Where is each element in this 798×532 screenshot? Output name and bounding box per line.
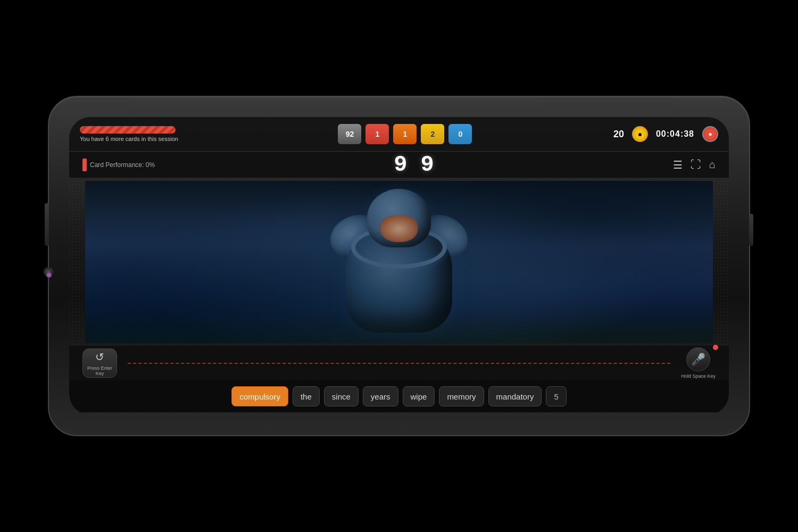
word-chip-5[interactable]: memory — [439, 386, 484, 406]
word-chip-0[interactable]: compulsory — [231, 386, 288, 406]
menu-icon[interactable]: ☰ — [673, 159, 683, 171]
progress-bar-container — [80, 126, 176, 134]
video-placeholder — [85, 181, 713, 343]
phone-device: You have 6 more cards in this session 92… — [48, 96, 750, 436]
expand-icon[interactable]: ⛶ — [691, 159, 701, 171]
perf-indicator — [82, 159, 87, 171]
word-bank: compulsorythesinceyearswipememorymandato… — [69, 380, 729, 412]
progress-section: You have 6 more cards in this session — [80, 126, 197, 142]
enter-icon: ↺ — [95, 351, 104, 363]
scene-overlay — [85, 181, 713, 343]
mic-button[interactable]: 🎤 — [686, 347, 710, 371]
action-bar: ↺ Press Enter Key 🎤 Hold Space Key — [69, 346, 729, 380]
card-value-orange: 1 — [403, 130, 408, 138]
card-value-yellow: 2 — [431, 130, 435, 138]
phone-screen: You have 6 more cards in this session 92… — [69, 117, 729, 415]
progress-text: You have 6 more cards in this session — [80, 136, 197, 142]
card-badge-blue[interactable]: 0 — [448, 124, 472, 144]
record-button[interactable]: ● — [702, 126, 718, 142]
enter-button[interactable]: ↺ Press Enter Key — [82, 348, 117, 378]
card-value-gray: 92 — [346, 130, 354, 138]
video-area — [85, 181, 713, 343]
card-badge-orange[interactable]: 1 — [393, 124, 417, 144]
counter-digit: 9 9 — [394, 152, 434, 178]
second-bar: Card Performance: 0% 9 9 ☰ ⛶ ⌂ — [69, 152, 729, 178]
mic-dot — [713, 345, 718, 350]
card-perf-label: Card Performance: 0% — [90, 161, 155, 169]
progress-bar-fill — [80, 126, 176, 134]
word-chip-7[interactable]: 5 — [546, 386, 566, 406]
counter-display: 9 9 — [155, 152, 673, 178]
cards-center: 92 1 1 2 0 — [197, 124, 613, 144]
word-chip-6[interactable]: mandatory — [488, 386, 542, 406]
enter-button-label: Press Enter Key — [83, 365, 117, 376]
card-badge-yellow[interactable]: 2 — [421, 124, 444, 144]
answer-input-line[interactable] — [128, 363, 670, 364]
card-performance: Card Performance: 0% — [82, 159, 155, 171]
mic-section: 🎤 Hold Space Key — [681, 347, 716, 379]
card-value-red: 1 — [376, 130, 380, 138]
coin-icon: ● — [632, 126, 648, 142]
word-chip-4[interactable]: wipe — [403, 386, 435, 406]
word-chip-1[interactable]: the — [293, 386, 320, 406]
nav-icons: ☰ ⛶ ⌂ — [673, 159, 716, 171]
record-icon: ● — [708, 130, 712, 138]
timer-display: 00:04:38 — [656, 129, 694, 139]
card-value-blue: 0 — [459, 130, 463, 138]
score-display: 20 — [613, 129, 624, 140]
purple-dot — [46, 272, 52, 278]
mic-button-label: Hold Space Key — [681, 373, 716, 379]
top-bar: You have 6 more cards in this session 92… — [69, 117, 729, 152]
card-badge-red[interactable]: 1 — [365, 124, 389, 144]
card-badge-gray[interactable]: 92 — [338, 124, 361, 144]
home-icon[interactable]: ⌂ — [709, 159, 716, 171]
word-chip-3[interactable]: years — [363, 386, 398, 406]
word-chip-2[interactable]: since — [324, 386, 359, 406]
right-section: 20 ● 00:04:38 ● — [613, 126, 718, 142]
